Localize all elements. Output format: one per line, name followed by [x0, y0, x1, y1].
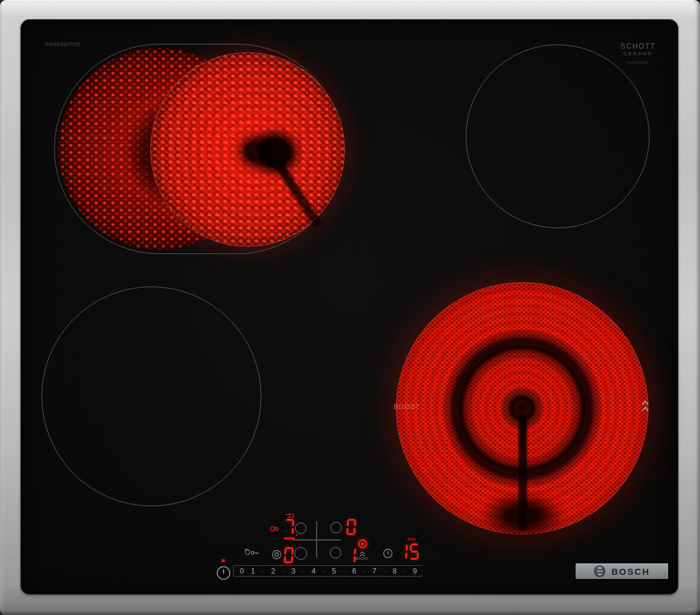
- dual-zone-chevrons-icon: [641, 399, 650, 417]
- back-right-zone-select-key[interactable]: [330, 522, 342, 533]
- dual-circuit-active-icon: [270, 526, 279, 532]
- selected-zone-underline: [284, 538, 294, 539]
- selected-zone-dot: [296, 534, 297, 536]
- slider-level-2[interactable]: 2: [271, 567, 275, 575]
- power-level-slider[interactable]: 01·2·3·4·5·6·7·8·9: [234, 565, 422, 577]
- slider-level-3[interactable]: 3: [291, 567, 296, 575]
- bosch-logo-icon: [594, 565, 606, 577]
- front-right-zone-select-key[interactable]: [330, 547, 341, 559]
- slider-level-1[interactable]: 1: [251, 567, 255, 575]
- timer-transfer-icon: [285, 512, 294, 519]
- boost-chevrons-icon: [355, 551, 370, 557]
- zone-front-right-burner: [396, 282, 648, 535]
- residual-heat-indicator: [222, 559, 225, 562]
- dual-circuit-key-icon[interactable]: [272, 550, 282, 560]
- ceramic-hob: PKN645FP2E SCHOTT CERAN® 9001608660 BOOS…: [0, 0, 700, 615]
- slider-dot: ·: [343, 568, 345, 575]
- timer-clock-icon[interactable]: [383, 548, 393, 559]
- slider-dot: ·: [363, 568, 365, 575]
- slider-dot: ·: [282, 568, 285, 575]
- slider-level-0[interactable]: 0: [240, 567, 244, 575]
- child-lock-key-icon[interactable]: [243, 547, 260, 557]
- glass-code-print: 9001608660: [608, 61, 668, 64]
- glass-brand-line1: SCHOTT: [608, 42, 668, 50]
- brand-plate: BOSCH: [576, 563, 668, 579]
- slider-level-9[interactable]: 9: [413, 567, 417, 575]
- slider-level-5[interactable]: 5: [332, 567, 336, 575]
- slider-dot: ·: [404, 568, 406, 575]
- zone-back-left-burner: [150, 52, 345, 247]
- back-right-power-display: [347, 519, 356, 535]
- front-left-zone-select-key[interactable]: [294, 547, 307, 560]
- slider-level-8[interactable]: 8: [392, 567, 397, 575]
- boost-key-label: BOOST: [355, 557, 370, 560]
- zone-display-divider-horizontal: [293, 539, 341, 541]
- slider-divider: [233, 565, 234, 577]
- timer-unit-label: min: [407, 536, 416, 542]
- boost-indicator-icon: [355, 539, 370, 551]
- boost-glass-print: BOOST: [394, 403, 421, 410]
- back-left-power-display: [285, 519, 294, 535]
- brand-wordmark: BOSCH: [611, 566, 650, 577]
- power-icon[interactable]: [216, 565, 231, 581]
- glass-brand-line2: CERAN®: [608, 51, 668, 56]
- slider-dot: ·: [262, 568, 264, 575]
- slider-dot: ·: [383, 568, 386, 575]
- slider-dot: ·: [323, 568, 325, 575]
- slider-level-6[interactable]: 6: [352, 567, 356, 575]
- timer-display: [398, 544, 419, 560]
- model-code-print: PKN645FP2E: [45, 41, 81, 47]
- glass-brand-print: SCHOTT CERAN® 9001608660: [608, 42, 668, 64]
- slider-dot: ·: [302, 568, 305, 575]
- heat-limiter-shadow: [481, 492, 565, 540]
- boost-key[interactable]: BOOST: [355, 539, 370, 560]
- front-left-power-display: [284, 547, 293, 563]
- zone-back-right-burner: [466, 44, 650, 228]
- slider-level-7[interactable]: 7: [373, 567, 377, 575]
- slider-level-4[interactable]: 4: [312, 567, 316, 575]
- zone-front-left-burner: [41, 286, 261, 506]
- back-left-zone-select-key[interactable]: [295, 523, 306, 534]
